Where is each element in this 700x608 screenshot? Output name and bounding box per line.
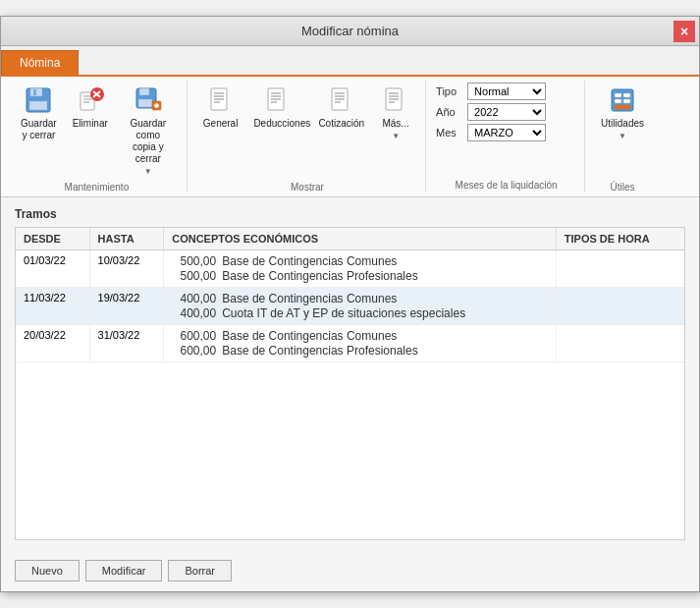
svg-rect-13 <box>138 99 152 107</box>
tab-nomina[interactable]: Nómina <box>1 50 79 75</box>
concept-row: 600,00 Base de Contingencias Profesional… <box>172 344 548 358</box>
cotizacion-icon <box>326 84 357 116</box>
tipo-row: Tipo Normal Extra <box>436 83 576 100</box>
mas-label: Más... <box>382 118 408 130</box>
eliminar-button[interactable]: Eliminar <box>67 81 114 134</box>
table-row[interactable]: 11/03/22 19/03/22 400,00 Base de Conting… <box>16 288 684 325</box>
concept-desc: Cuota IT de AT y EP de situaciones espec… <box>222 306 465 320</box>
ribbon-group-mostrar-content: General Deducciones <box>197 81 417 180</box>
ano-select[interactable]: 2022 2021 2020 <box>467 103 546 121</box>
amount: 500,00 <box>172 269 216 283</box>
meses-label: Meses de la liquidación <box>436 180 576 191</box>
table-body: 01/03/22 10/03/22 500,00 Base de Conting… <box>16 250 684 539</box>
ribbon-group-utiles: Utilidades ▼ Útiles <box>587 81 658 193</box>
svg-rect-38 <box>615 93 621 97</box>
ribbon-group-mostrar: General Deducciones <box>189 81 426 193</box>
mes-select[interactable]: ENERO FEBRERO MARZO ABRIL <box>467 124 546 141</box>
concept-desc: Base de Contingencias Comunes <box>222 254 397 268</box>
svg-rect-40 <box>615 99 621 103</box>
utiles-label: Útiles <box>611 182 635 193</box>
ribbon-group-mantenimiento: Guardary cerrar <box>7 81 188 193</box>
concept-row: 500,00 Base de Contingencias Comunes <box>172 254 548 268</box>
concept-desc: Base de Contingencias Profesionales <box>222 344 417 358</box>
svg-rect-41 <box>623 99 630 103</box>
tab-bar: Nómina <box>1 46 699 77</box>
svg-rect-2 <box>29 101 47 110</box>
general-label: General <box>203 118 239 130</box>
concepts-cell-1: 500,00 Base de Contingencias Comunes 500… <box>172 254 548 283</box>
tipo-select[interactable]: Normal Extra <box>467 83 546 100</box>
main-content: Tramos DESDE HASTA CONCEPTOS ECONÓMICOS … <box>1 197 699 550</box>
concept-row: 500,00 Base de Contingencias Profesional… <box>172 269 548 283</box>
mas-icon <box>380 84 411 116</box>
concept-row: 600,00 Base de Contingencias Comunes <box>172 329 548 343</box>
svg-rect-12 <box>139 88 149 95</box>
table-header: DESDE HASTA CONCEPTOS ECONÓMICOS TIPOS D… <box>16 228 684 250</box>
table-row[interactable]: 20/03/22 31/03/22 600,00 Base de Conting… <box>16 325 684 362</box>
meses-rows: Tipo Normal Extra Año 2022 2021 2020 Mes <box>436 83 576 178</box>
concept-desc: Base de Contingencias Profesionales <box>222 269 417 283</box>
general-icon <box>205 84 237 116</box>
desde-1: 01/03/22 <box>16 250 89 288</box>
general-button[interactable]: General <box>197 81 244 134</box>
hasta-2: 19/03/22 <box>89 288 164 325</box>
utilidades-arrow: ▼ <box>619 132 626 140</box>
guardar-button[interactable]: Guardary cerrar <box>15 81 63 145</box>
close-button[interactable]: × <box>673 21 695 42</box>
ano-label: Año <box>436 106 463 118</box>
guardar-label: Guardary cerrar <box>21 118 57 141</box>
utilidades-label: Utilidades <box>601 118 644 130</box>
title-bar: Modificar nómina × <box>1 17 699 46</box>
cotizacion-button[interactable]: Cotización <box>312 81 370 134</box>
eliminar-label: Eliminar <box>73 118 108 130</box>
hasta-3: 31/03/22 <box>89 325 164 362</box>
ribbon-group-meses: Tipo Normal Extra Año 2022 2021 2020 Mes <box>428 81 585 193</box>
mes-row: Mes ENERO FEBRERO MARZO ABRIL <box>436 124 576 141</box>
header-row: DESDE HASTA CONCEPTOS ECONÓMICOS TIPOS D… <box>16 228 684 250</box>
ano-row: Año 2022 2021 2020 <box>436 103 576 121</box>
mantenimiento-label: Mantenimiento <box>65 182 130 193</box>
concept-row: 400,00 Base de Contingencias Comunes <box>172 292 548 305</box>
hasta-1: 10/03/22 <box>89 250 164 288</box>
concept-desc: Base de Contingencias Comunes <box>222 329 397 343</box>
guardar-copia-arrow: ▼ <box>144 167 152 176</box>
utilidades-button[interactable]: Utilidades ▼ <box>595 81 650 144</box>
delete-icon <box>75 84 106 116</box>
concepts-cell-2: 400,00 Base de Contingencias Comunes 400… <box>172 292 548 320</box>
section-title: Tramos <box>15 207 685 221</box>
deducciones-icon <box>262 84 294 116</box>
svg-rect-42 <box>615 105 630 109</box>
table-row[interactable]: 01/03/22 10/03/22 500,00 Base de Conting… <box>16 250 684 288</box>
svg-rect-3 <box>33 89 36 95</box>
main-window: Modificar nómina × Nómina <box>0 16 700 592</box>
mostrar-label: Mostrar <box>291 182 324 193</box>
mes-label: Mes <box>436 127 463 138</box>
conceptos-3: 600,00 Base de Contingencias Comunes 600… <box>164 325 557 362</box>
table-container: DESDE HASTA CONCEPTOS ECONÓMICOS TIPOS D… <box>15 227 685 540</box>
tipos-1 <box>556 250 684 288</box>
guardar-copia-label: Guardar comocopia y cerrar <box>124 118 173 165</box>
guardar-copia-button[interactable]: Guardar comocopia y cerrar ▼ <box>118 81 179 180</box>
deducciones-label: Deducciones <box>253 118 302 130</box>
tipo-label: Tipo <box>436 85 463 97</box>
savecopy-icon <box>133 84 164 116</box>
borrar-button[interactable]: Borrar <box>168 560 232 581</box>
modificar-button[interactable]: Modificar <box>85 560 163 581</box>
ribbon-group-utiles-content: Utilidades ▼ <box>595 81 650 180</box>
col-hasta: HASTA <box>89 228 164 250</box>
col-desde: DESDE <box>16 228 89 250</box>
nuevo-button[interactable]: Nuevo <box>15 560 80 581</box>
concept-row: 400,00 Cuota IT de AT y EP de situacione… <box>172 306 548 320</box>
deducciones-button[interactable]: Deducciones <box>247 81 308 134</box>
amount: 600,00 <box>172 329 216 343</box>
empty-row <box>16 362 684 539</box>
mas-button[interactable]: Más... ▼ <box>374 81 417 144</box>
window-title: Modificar nómina <box>301 24 399 38</box>
bottom-bar: Nuevo Modificar Borrar <box>1 550 699 591</box>
desde-3: 20/03/22 <box>16 325 89 362</box>
ribbon: Guardary cerrar <box>1 77 699 197</box>
conceptos-1: 500,00 Base de Contingencias Comunes 500… <box>164 250 557 288</box>
tipos-2 <box>556 288 684 325</box>
tramos-table: DESDE HASTA CONCEPTOS ECONÓMICOS TIPOS D… <box>16 228 684 539</box>
col-tipos: TIPOS DE HORA <box>556 228 684 250</box>
